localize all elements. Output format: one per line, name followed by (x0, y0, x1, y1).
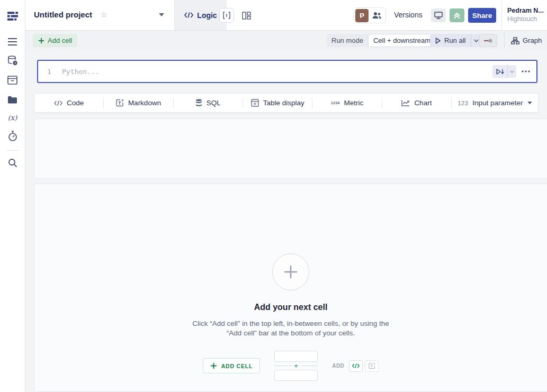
collaborators-pill[interactable]: P (354, 7, 386, 23)
code-cell[interactable]: 1 Python... (37, 60, 537, 83)
folder-icon[interactable] (7, 94, 19, 105)
outline-menu-icon[interactable] (7, 36, 19, 48)
empty-state-description: Click “Add cell” in the top left, in-bet… (192, 319, 389, 338)
run-icon (435, 38, 441, 44)
plus-icon (282, 263, 299, 280)
more-options-icon[interactable] (522, 70, 530, 72)
add-cell-button[interactable]: Add cell (33, 34, 77, 47)
cell-type-label: Input parameter (472, 99, 523, 107)
database-icon (195, 99, 202, 107)
mini-cell-placeholder (274, 351, 318, 362)
search-icon[interactable] (7, 157, 19, 169)
cell-type-label: SQL (207, 99, 221, 107)
table-display-icon (251, 99, 259, 107)
empty-state-title: Add your next cell (254, 303, 328, 312)
app-logo-icon[interactable] (7, 10, 19, 22)
layout-view-button[interactable] (239, 8, 253, 22)
metric-digits-bottom: 34 (335, 101, 339, 105)
data-sources-icon[interactable] (7, 55, 19, 67)
variables-icon[interactable]: (x) (7, 112, 19, 123)
cell-type-label: Code (67, 99, 84, 107)
cell-type-label: Metric (344, 99, 364, 107)
cell-type-label: Markdown (128, 99, 161, 107)
split-view-icon (223, 12, 230, 19)
graph-label: Graph (523, 37, 542, 44)
code-icon (184, 12, 193, 18)
empty-output-panel (34, 118, 547, 179)
versions-button[interactable]: Versions (394, 11, 423, 19)
empty-state-description-line2: “Add cell” bar at the bottom of your cel… (192, 329, 389, 338)
star-icon[interactable]: ☆ (101, 11, 107, 19)
publish-button[interactable] (450, 8, 464, 22)
input-parameter-123-icon: 123 (458, 100, 468, 106)
kernel-slider-button[interactable] (479, 34, 497, 47)
run-mode-value: Cell + downstream (373, 37, 431, 44)
user-block[interactable]: Pedram N... Hightouch (507, 6, 544, 23)
sidebar-divider (6, 150, 19, 151)
plus-icon (210, 362, 217, 369)
cell-type-sql[interactable]: SQL (174, 94, 243, 112)
hint-markdown-segment (365, 360, 379, 372)
layout-grid-icon (242, 12, 251, 20)
cell-type-chart[interactable]: Chart (382, 94, 451, 112)
hint-line (301, 366, 318, 366)
run-mode-label: Run mode (327, 34, 368, 47)
chevron-down-icon (527, 102, 532, 105)
add-cell-label: Add cell (48, 37, 72, 44)
cell-line-number: 1 (47, 68, 55, 76)
header-divider (501, 0, 502, 30)
run-all-button[interactable]: Run all (430, 34, 471, 47)
markdown-icon (116, 99, 124, 107)
scheduled-runs-icon[interactable] (7, 130, 19, 142)
empty-state-description-line1: Click “Add cell” in the top left, in-bet… (192, 319, 389, 329)
markdown-icon (369, 362, 375, 369)
metric-icon: 12 34 (331, 101, 340, 105)
cell-type-metric[interactable]: 12 34 Metric (312, 94, 381, 112)
cell-type-code[interactable]: Code (34, 94, 103, 112)
user-name: Pedram N... (507, 6, 544, 15)
run-mode-group: Run mode Cell + downstream (327, 34, 444, 47)
add-cell-circle-button[interactable] (272, 253, 309, 290)
cell-type-input-parameter[interactable]: 123 Input parameter (452, 94, 538, 112)
app-preview-button[interactable] (431, 8, 446, 22)
cell-type-label: Table display (263, 99, 304, 107)
add-cell-hints: ADD CELL + ADD (203, 351, 379, 381)
hint-add-cell-button[interactable]: ADD CELL (203, 358, 260, 373)
monitor-icon (434, 12, 443, 19)
avatar: P (355, 9, 369, 22)
add-next-cell-panel: Add your next cell Click “Add cell” in t… (34, 184, 547, 392)
cell-code-input[interactable]: Python... (62, 68, 492, 76)
run-cell-caret-button[interactable] (507, 65, 516, 78)
cell-type-table-display[interactable]: Table display (243, 94, 312, 112)
toolbar-divider (504, 33, 505, 48)
mini-cell-placeholder (274, 370, 318, 381)
hint-add-cell-bar: ADD (332, 360, 379, 372)
share-button[interactable]: Share (468, 8, 496, 23)
slider-icon (483, 38, 493, 43)
cell-type-markdown[interactable]: Markdown (104, 94, 173, 112)
run-cell-group (492, 65, 516, 78)
plus-icon: + (294, 362, 298, 369)
tab-logic-label: Logic (197, 11, 217, 20)
graph-button[interactable]: Graph (511, 34, 542, 47)
header-bar: Untitled project ☆ Logic P Versions (25, 0, 547, 31)
hint-code-segment (349, 360, 363, 372)
cell-type-label: Chart (414, 99, 432, 107)
cell-type-bar: Code Markdown SQL Table (34, 93, 539, 113)
run-cell-button[interactable] (492, 65, 507, 78)
run-all-label: Run all (444, 37, 465, 44)
metric-digits-top: 12 (331, 101, 335, 105)
people-icon (372, 12, 382, 19)
chart-icon (401, 99, 410, 106)
hint-add-cell-label: ADD CELL (221, 363, 253, 369)
graph-icon (511, 37, 519, 44)
code-icon (352, 363, 360, 368)
publish-arrow-icon (453, 12, 461, 19)
plus-icon (38, 38, 44, 44)
archive-box-icon[interactable] (7, 74, 19, 86)
title-dropdown-caret-icon[interactable] (159, 13, 164, 17)
split-view-button[interactable] (219, 8, 234, 23)
project-title[interactable]: Untitled project (34, 10, 92, 19)
hint-line (274, 366, 291, 366)
code-icon (54, 101, 62, 106)
